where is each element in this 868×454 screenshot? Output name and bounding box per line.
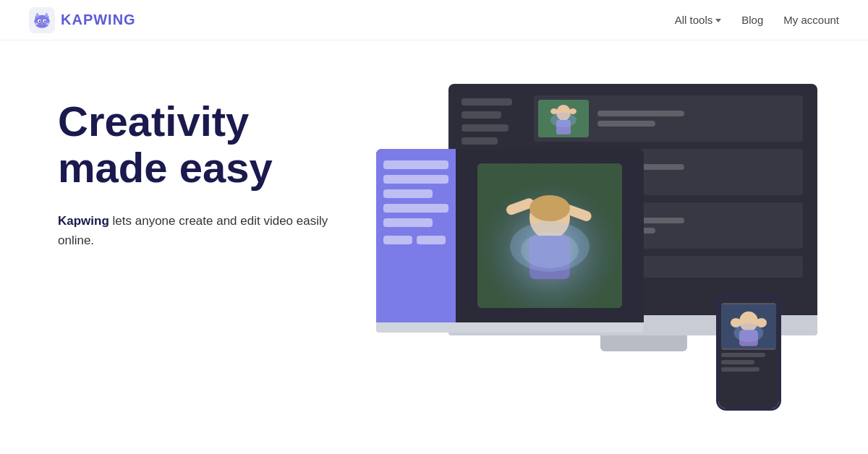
main-nav: All tools Blog My account (675, 14, 839, 26)
hero-headline: Creativity made easy (58, 98, 347, 191)
sidebar-ui-line (383, 175, 448, 184)
svg-point-50 (734, 323, 764, 342)
laptop-device (376, 149, 665, 366)
hero-section: Creativity made easy Kapwing lets anyone… (0, 40, 868, 454)
kapwing-logo-icon (29, 7, 55, 33)
svg-point-20 (550, 113, 576, 127)
chevron-down-icon (715, 19, 721, 22)
laptop-screen (376, 149, 644, 322)
svg-point-9 (44, 20, 46, 22)
svg-point-43 (521, 232, 579, 268)
svg-point-19 (569, 108, 576, 114)
sidebar-ui-line (383, 160, 448, 169)
laptop-video-thumb (477, 163, 622, 308)
nav-blog[interactable]: Blog (741, 14, 763, 26)
svg-point-8 (39, 20, 41, 22)
svg-point-18 (550, 108, 558, 114)
sidebar-ui-line (383, 189, 433, 198)
sidebar-ui-small (383, 236, 412, 244)
phone-frame (716, 295, 781, 411)
sidebar-bottom-row (383, 236, 448, 244)
sidebar-ui-line (383, 204, 448, 213)
monitor-list-item (534, 95, 803, 142)
phone-device (716, 295, 781, 411)
hero-text-block: Creativity made easy Kapwing lets anyone… (58, 77, 347, 250)
nav-all-tools[interactable]: All tools (675, 14, 722, 26)
phone-screen (718, 297, 779, 408)
sidebar-ui-line (383, 218, 433, 227)
sidebar-ui-small (417, 236, 446, 244)
hero-subtext: Kapwing lets anyone create and edit vide… (58, 211, 347, 250)
laptop-main-content (456, 149, 644, 322)
laptop-base (376, 322, 644, 333)
svg-point-44 (529, 195, 570, 221)
laptop-sidebar (376, 149, 456, 322)
logo[interactable]: KAPWING (29, 7, 136, 33)
phone-video-thumb (721, 303, 776, 350)
nav-my-account[interactable]: My account (783, 14, 839, 26)
devices-illustration (347, 77, 825, 454)
logo-text: KAPWING (61, 12, 136, 28)
monitor-thumb-1 (538, 100, 589, 137)
